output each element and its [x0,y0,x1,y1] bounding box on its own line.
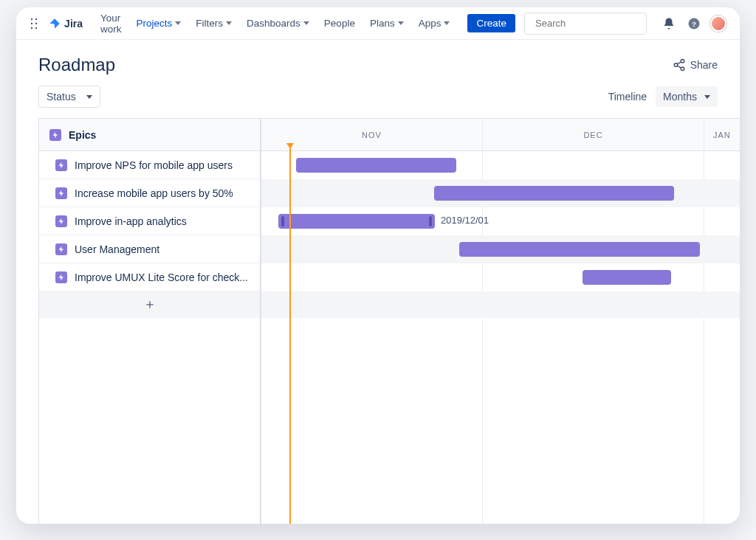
controls-row: Status Timeline Months [16,86,740,118]
gantt-bar[interactable] [296,158,456,173]
epic-icon [55,243,67,255]
svg-point-6 [681,67,684,71]
nav-item-your-work[interactable]: Your work [94,10,128,38]
nav-item-people[interactable]: People [318,15,361,32]
epic-label: Increase mobile app users by 50% [75,187,250,199]
epics-column: Epics Improve NPS for mobile app usersIn… [39,119,261,524]
chevron-down-icon [86,95,92,99]
chevron-down-icon [226,21,232,25]
nav-item-plans[interactable]: Plans [364,15,410,32]
gantt-row [261,179,740,207]
chevron-down-icon [303,21,309,25]
month-header: DEC [483,119,704,150]
today-marker [289,147,291,524]
nav-items: Your workProjectsFiltersDashboardsPeople… [94,10,456,38]
month-header: NOV [261,119,483,150]
gantt-bar[interactable] [434,186,674,201]
gantt-bar[interactable] [278,214,435,229]
nav-item-label: People [324,18,355,29]
gantt-row [261,263,740,291]
nav-item-label: Plans [370,18,395,29]
gantt-row [261,151,740,179]
epic-row[interactable]: Improve NPS for mobile app users [39,151,260,179]
jira-icon [49,18,61,30]
timescale-dropdown[interactable]: Months [656,86,718,107]
nav-item-projects[interactable]: Projects [131,15,188,32]
gantt-row [261,235,740,263]
apps-switcher-icon[interactable] [30,17,40,30]
gantt-bar[interactable] [583,270,671,285]
svg-line-8 [677,66,681,68]
nav-item-apps[interactable]: Apps [413,15,456,32]
page-title: Roadmap [38,55,115,75]
epic-label: Improve UMUX Lite Score for check... [75,271,250,283]
svg-line-7 [677,62,681,64]
chevron-down-icon [175,21,181,25]
epics-header: Epics [39,119,260,151]
search-box[interactable] [524,13,647,35]
nav-item-label: Your work [100,13,122,35]
epic-list: Improve NPS for mobile app usersIncrease… [39,151,260,291]
product-logo[interactable]: Jira [49,18,83,30]
chevron-down-icon [444,21,450,25]
nav-item-label: Filters [196,18,223,29]
avatar[interactable] [710,15,726,32]
share-button[interactable]: Share [673,58,718,72]
timescale-label: Months [663,91,697,103]
top-nav: Jira Your workProjectsFiltersDashboardsP… [16,7,740,40]
epic-row[interactable]: Increase mobile app users by 50% [39,179,260,207]
gantt-bar[interactable] [459,242,700,257]
notifications-icon[interactable] [660,15,678,32]
gantt-row: 2019/12/01 [261,207,740,235]
gantt-bars: 2019/12/01 [261,151,740,318]
product-name: Jira [64,18,83,30]
nav-item-dashboards[interactable]: Dashboards [241,15,315,32]
status-dropdown[interactable]: Status [38,86,100,108]
help-icon[interactable]: ? [685,15,703,32]
share-icon [673,58,686,72]
nav-item-filters[interactable]: Filters [190,15,238,32]
share-label: Share [690,59,718,71]
search-input[interactable] [535,18,659,29]
page-header: Roadmap Share [16,40,740,86]
epic-icon [55,271,67,283]
nav-item-label: Projects [137,18,173,29]
svg-point-4 [681,60,684,63]
chevron-down-icon [398,21,404,25]
epic-row[interactable]: Improve in-app analytics [39,207,260,235]
app-window: Jira Your workProjectsFiltersDashboardsP… [16,7,740,524]
epic-row[interactable]: Improve UMUX Lite Score for check... [39,263,260,291]
epic-icon [55,159,67,171]
epic-label: User Management [75,243,250,255]
epics-header-title: Epics [69,129,96,141]
month-header: JAN [704,119,740,150]
epic-label: Improve in-app analytics [75,215,250,227]
roadmap: Epics Improve NPS for mobile app usersIn… [38,118,740,524]
bar-date-label: 2019/12/01 [441,215,489,226]
epic-icon [55,187,67,199]
plus-icon [145,300,155,310]
time-header: NOVDECJAN [261,119,740,151]
right-icons: ? [660,15,726,32]
timeline-column: NOVDECJAN 2019/12/01 [261,119,740,524]
timeline-label: Timeline [608,91,647,103]
nav-item-label: Dashboards [247,18,300,29]
svg-text:?: ? [692,19,696,27]
epic-icon [55,215,67,227]
epic-row[interactable]: User Management [39,235,260,263]
status-label: Status [47,91,76,103]
epic-label: Improve NPS for mobile app users [75,159,250,171]
create-button[interactable]: Create [467,14,515,32]
add-epic-button[interactable] [39,291,260,318]
nav-item-label: Apps [419,18,441,29]
epic-icon [49,129,61,141]
chevron-down-icon [704,95,710,99]
svg-point-5 [674,63,678,67]
